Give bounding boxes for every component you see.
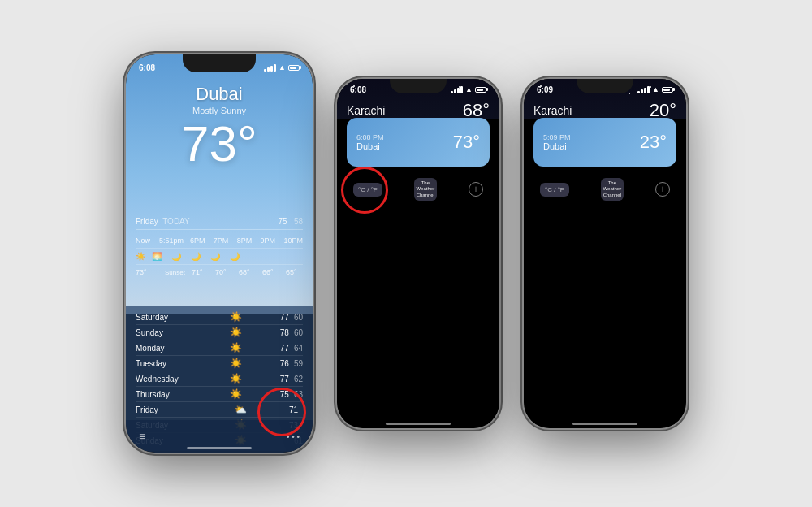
day-temps-sunday: 78 60	[280, 328, 303, 337]
hourly-icons-row: ☀️ 🌅 🌙 🌙 🌙 🌙	[136, 249, 303, 265]
day-wednesday: Wednesday	[136, 375, 192, 384]
day-icon-wednesday: ☀️	[230, 373, 242, 384]
list-icon[interactable]: • • •	[287, 432, 300, 441]
day-monday: Monday	[136, 344, 192, 353]
unit-toggle-3[interactable]: °C / °F	[540, 183, 569, 197]
home-indicator-2	[386, 422, 451, 425]
weather-widget-2[interactable]: 6:08 PM Dubai 73°	[347, 118, 490, 167]
wifi-icon: ▲	[279, 63, 286, 72]
day-temps-saturday-1: 77 60	[280, 313, 303, 322]
weather-widget-3[interactable]: 5:09 PM Dubai 23°	[533, 118, 676, 167]
status-time-2: 6:08	[350, 85, 366, 94]
forecast-temps: 75 58	[278, 217, 303, 226]
day-icon-monday: ☀️	[230, 342, 242, 353]
forecast-header-1: Friday TODAY 75 58	[136, 217, 303, 230]
daily-row-tuesday: Tuesday ☀️ 76 59	[136, 356, 303, 371]
hourly-temp-7: 71°	[192, 268, 209, 276]
daily-row-thursday: Thursday ☀️ 75 63	[136, 387, 303, 402]
daily-row-friday: Friday ⛅ 71	[136, 402, 303, 418]
hourly-icon-4: 🌙	[210, 252, 220, 261]
phone-2: 6:08 ▲ Karachi 68° 6:08 PM	[337, 79, 499, 428]
hourly-551: 5:51pm	[159, 236, 184, 245]
add-widget-button-3[interactable]: +	[655, 182, 670, 197]
hourly-sunset: Sunset	[165, 269, 185, 276]
status-icons-2: ▲	[451, 85, 486, 93]
hourly-6pm: 6PM	[190, 236, 207, 245]
signal-icon	[264, 64, 276, 72]
widget-below-2: °C / °F TheWeatherChannel +	[347, 173, 490, 206]
hourly-temp-9: 68°	[239, 268, 256, 276]
day-temps-monday: 77 64	[280, 344, 303, 353]
day-temps-friday: 71	[289, 405, 303, 414]
phone-3-screen: 6:09 ▲ Karachi 20° 5:09 PM	[524, 79, 686, 428]
battery-icon	[288, 65, 300, 71]
map-icon[interactable]: ≡	[139, 430, 145, 443]
notif-city-2: Karachi	[347, 104, 385, 117]
status-icons-3: ▲	[637, 85, 673, 93]
weather-content-1: Dubai Mostly Sunny 73°	[126, 77, 313, 169]
notif-city-3: Karachi	[533, 104, 572, 117]
unit-toggle-2[interactable]: °C / °F	[353, 183, 382, 197]
hourly-temp-now: 73°	[136, 268, 158, 276]
hourly-icon-3: 🌙	[191, 252, 201, 261]
current-temp-1: 73°	[139, 119, 300, 169]
battery-icon-2	[475, 87, 486, 93]
wifi-icon-3: ▲	[652, 85, 659, 93]
day-temps-wednesday: 77 62	[280, 375, 303, 384]
daily-row-sunday: Sunday ☀️ 78 60	[136, 325, 303, 340]
hourly-10pm: 10PM	[283, 236, 303, 245]
hourly-temps-row: 73° Sunset 71° 70° 68° 66° 65°	[136, 265, 303, 280]
weather-channel-logo-3: TheWeatherChannel	[601, 178, 624, 201]
hourly-8pm: 8PM	[237, 236, 254, 245]
phone-1-screen: 6:08 ▲ Dubai Mostly Sunny 73°	[126, 54, 313, 453]
city-condition-1: Mostly Sunny	[139, 106, 300, 115]
daily-row-wednesday: Wednesday ☀️ 77 62	[136, 371, 303, 387]
hourly-icon-now: ☀️	[136, 252, 145, 261]
phone-1: 6:08 ▲ Dubai Mostly Sunny 73°	[126, 54, 313, 453]
day-thursday: Thursday	[136, 390, 192, 399]
day-icon-thursday: ☀️	[230, 388, 242, 400]
day-friday: Friday	[136, 405, 192, 414]
notch-2	[390, 79, 447, 93]
daily-row-saturday: Saturday ☀️ 77 60	[136, 310, 303, 325]
add-widget-button-2[interactable]: +	[469, 182, 483, 197]
hourly-icon-5: 🌙	[230, 252, 240, 261]
day-icon-saturday-1: ☀️	[230, 311, 242, 323]
battery-icon-3	[662, 87, 673, 93]
signal-icon-3	[637, 86, 650, 93]
wifi-icon-2: ▲	[465, 85, 473, 93]
signal-icon-2	[451, 86, 463, 93]
day-icon-friday: ⛅	[235, 404, 247, 415]
widget-time-2: 6:08 PM	[356, 133, 384, 141]
phone-3: 6:09 ▲ Karachi 20° 5:09 PM	[524, 79, 686, 428]
home-indicator-3	[572, 422, 637, 425]
city-name-1: Dubai	[139, 84, 300, 105]
widget-city-3: Dubai	[543, 141, 571, 151]
day-icon-sunday: ☀️	[230, 327, 242, 338]
forecast-section-1: Friday TODAY 75 58 Now 5:51pm 6PM 7PM 8P…	[126, 217, 313, 280]
day-tuesday: Tuesday	[136, 359, 192, 368]
hourly-temp-11: 65°	[286, 268, 303, 276]
widget-city-2: Dubai	[356, 141, 384, 151]
hourly-icon-1: 🌅	[152, 252, 162, 261]
hourly-times-row: Now 5:51pm 6PM 7PM 8PM 9PM 10PM	[136, 233, 303, 249]
hourly-7pm: 7PM	[214, 236, 231, 245]
day-saturday-1: Saturday	[136, 313, 192, 322]
day-sunday: Sunday	[136, 328, 192, 337]
status-time-3: 6:09	[537, 85, 553, 94]
day-temps-tuesday: 76 59	[280, 359, 303, 368]
widget-content-3: 5:09 PM Dubai 23°	[533, 118, 676, 167]
widget-temp-2: 73°	[453, 132, 480, 153]
day-icon-tuesday: ☀️	[230, 358, 242, 369]
widget-temp-3: 23°	[640, 132, 667, 153]
weather-channel-logo-2: TheWeatherChannel	[414, 178, 437, 201]
notch-1	[183, 54, 256, 72]
status-icons-1: ▲	[264, 63, 300, 72]
forecast-day: Friday TODAY	[136, 217, 190, 226]
notch-3	[577, 79, 633, 93]
widget-below-3: °C / °F TheWeatherChannel +	[533, 173, 676, 206]
hourly-9pm: 9PM	[261, 236, 278, 245]
day-temps-thursday: 75 63	[280, 390, 303, 399]
widget-content-2: 6:08 PM Dubai 73°	[347, 118, 490, 167]
hourly-temp-10: 66°	[262, 268, 279, 276]
